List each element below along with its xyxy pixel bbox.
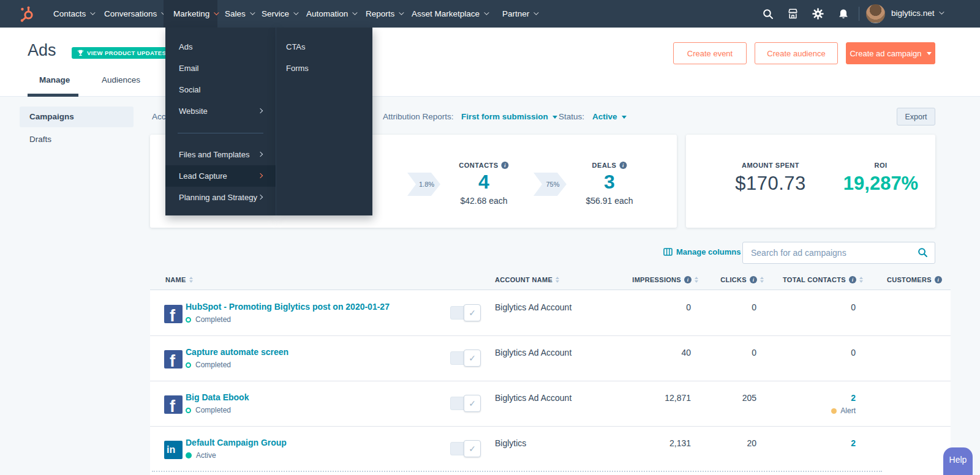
contacts-cost-each: $42.68 each <box>459 196 508 206</box>
sidebar-item-drafts[interactable]: Drafts <box>29 135 51 144</box>
nav-conversations[interactable]: Conversations <box>96 0 173 28</box>
deals-cost-each: $56.91 each <box>586 196 633 206</box>
active-tab-indicator <box>28 94 78 97</box>
total-contacts-cell: 0 <box>772 302 856 312</box>
export-button[interactable]: Export <box>897 108 935 125</box>
deals-value[interactable]: 3 <box>586 171 633 193</box>
hubspot-logo-icon[interactable] <box>18 6 35 22</box>
column-header-customers[interactable]: CUSTOMERS <box>887 276 942 283</box>
info-icon[interactable] <box>750 276 757 283</box>
menu-item-website[interactable]: Website <box>165 100 276 122</box>
campaign-toggle[interactable] <box>450 350 481 367</box>
impressions-cell: 2,131 <box>606 438 691 448</box>
account-menu[interactable]: biglytics.net <box>891 9 943 18</box>
sort-icon[interactable] <box>760 277 764 283</box>
impressions-cell: 40 <box>606 348 691 357</box>
campaign-link[interactable]: HubSpot - Promoting Biglytics post on 20… <box>186 302 390 312</box>
user-avatar[interactable] <box>866 4 885 23</box>
table-row: f Capture automate screen Completed Bigl… <box>150 335 951 381</box>
menu-item-lead-capture[interactable]: Lead Capture <box>165 165 276 187</box>
contacts-value[interactable]: 4 <box>459 171 508 193</box>
total-contacts-link[interactable]: 2 <box>772 393 856 403</box>
submenu-item-forms[interactable]: Forms <box>276 58 372 79</box>
funnel-step-rate-1: 1.8% <box>407 173 440 196</box>
attribution-reports-label: Attribution Reports: <box>383 112 454 121</box>
horizontal-scrollbar[interactable] <box>152 471 882 472</box>
sidebar-item-campaigns[interactable]: Campaigns <box>20 107 134 127</box>
nav-automation[interactable]: Automation <box>298 0 364 28</box>
status-completed-icon <box>186 317 191 323</box>
info-icon[interactable] <box>619 162 627 169</box>
marketplace-icon[interactable] <box>786 7 799 20</box>
row-divider <box>150 426 951 427</box>
campaign-toggle[interactable] <box>450 395 481 412</box>
chevron-down-icon <box>939 9 944 14</box>
check-icon <box>464 440 481 457</box>
search-icon[interactable] <box>918 247 928 260</box>
page-title: Ads <box>28 41 56 60</box>
table-row: f Big Data Ebook Completed Biglytics Ad … <box>150 381 951 426</box>
alert-dot-icon <box>831 408 837 414</box>
nav-asset-marketplace[interactable]: Asset Marketplace <box>403 0 496 28</box>
create-audience-button[interactable]: Create audience <box>755 42 838 64</box>
info-icon[interactable] <box>502 162 509 169</box>
status-filter-select[interactable]: Active <box>592 112 627 121</box>
column-header-impressions[interactable]: IMPRESSIONS <box>606 276 698 283</box>
help-button[interactable]: Help <box>943 447 973 475</box>
column-header-name[interactable]: NAME <box>165 276 193 283</box>
columns-icon <box>663 248 673 256</box>
create-event-button[interactable]: Create event <box>673 42 747 64</box>
submenu-item-ctas[interactable]: CTAs <box>276 36 372 58</box>
tab-audiences[interactable]: Audiences <box>102 75 140 84</box>
table-row: f HubSpot - Promoting Biglytics post on … <box>150 290 951 335</box>
info-icon[interactable] <box>935 276 942 283</box>
campaign-status: Active <box>186 451 216 460</box>
navbar-divider <box>859 7 859 21</box>
menu-item-planning-and-strategy[interactable]: Planning and Strategy <box>165 187 276 208</box>
facebook-icon: f <box>164 305 183 323</box>
column-header-clicks[interactable]: CLICKS <box>704 276 764 283</box>
sort-icon[interactable] <box>189 277 193 283</box>
menu-item-social[interactable]: Social <box>165 79 276 100</box>
alert-badge[interactable]: Alert <box>772 406 856 415</box>
campaign-toggle[interactable] <box>450 440 481 457</box>
chevron-down-icon <box>90 10 95 15</box>
chevron-down-icon <box>552 116 557 119</box>
nav-contacts[interactable]: Contacts <box>45 0 102 28</box>
account-name-cell: Biglytics Ad Account <box>495 302 571 312</box>
sort-icon[interactable] <box>695 277 698 283</box>
chevron-down-icon <box>533 10 538 15</box>
info-icon[interactable] <box>684 276 692 283</box>
notifications-bell-icon[interactable] <box>837 7 850 20</box>
campaign-link[interactable]: Big Data Ebook <box>186 392 249 402</box>
nav-marketing[interactable]: Marketing <box>164 0 217 28</box>
campaign-status: Completed <box>186 361 231 369</box>
chevron-right-icon <box>258 108 263 113</box>
tab-manage[interactable]: Manage <box>39 75 70 84</box>
table-row: in Default Campaign Group Active Biglyti… <box>150 426 951 471</box>
total-contacts-link[interactable]: 2 <box>772 438 856 448</box>
check-icon <box>464 395 481 412</box>
campaign-link[interactable]: Capture automate screen <box>186 347 288 357</box>
search-icon[interactable] <box>761 7 774 20</box>
menu-item-ads[interactable]: Ads <box>165 36 276 58</box>
column-header-total-contacts[interactable]: TOTAL CONTACTS <box>772 276 863 283</box>
campaign-toggle[interactable] <box>450 304 481 321</box>
info-icon[interactable] <box>849 276 856 283</box>
campaign-link[interactable]: Default Campaign Group <box>186 438 287 447</box>
manage-columns-button[interactable]: Manage columns <box>663 247 741 256</box>
menu-divider <box>178 133 263 133</box>
view-product-updates-badge[interactable]: VIEW PRODUCT UPDATES <box>72 47 172 59</box>
search-input[interactable] <box>743 242 914 263</box>
status-active-icon <box>186 452 192 458</box>
nav-partner[interactable]: Partner <box>494 0 546 28</box>
menu-item-email[interactable]: Email <box>165 58 276 79</box>
sort-icon[interactable] <box>859 277 863 283</box>
sort-icon[interactable] <box>556 277 559 283</box>
menu-item-files-and-templates[interactable]: Files and Templates <box>165 144 276 165</box>
settings-gear-icon[interactable] <box>812 7 824 20</box>
status-filter-label: Status: <box>559 112 584 121</box>
create-ad-campaign-button[interactable]: Create ad campaign <box>846 42 935 64</box>
attribution-reports-select[interactable]: First form submission <box>461 112 557 121</box>
column-header-account-name[interactable]: ACCOUNT NAME <box>495 276 559 283</box>
